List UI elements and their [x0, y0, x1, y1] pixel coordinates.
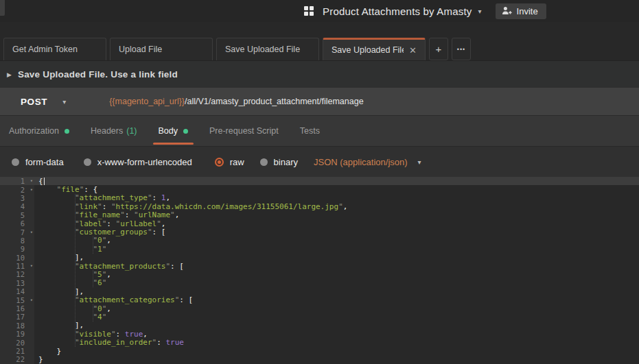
status-dot-icon	[183, 129, 188, 134]
code-line[interactable]: 4 "link": "https://data.whicdn.com/image…	[0, 202, 639, 210]
add-tab-button[interactable]: +	[429, 38, 448, 60]
token: attachment_categories	[80, 295, 175, 304]
method-caret-icon[interactable]: ▾	[62, 98, 66, 106]
code-line[interactable]: 2▾ "file": {	[0, 185, 639, 193]
content-type-label: JSON (application/json)	[314, 157, 408, 167]
body-mode-label: x-www-form-urlencoded	[97, 157, 192, 167]
request-name: Save Uploaded File. Use a link field	[18, 69, 178, 80]
section-count: (1)	[126, 126, 137, 136]
url-input[interactable]: {{magento_api_url}}/all/V1/amasty_produc…	[109, 97, 363, 106]
code-text: "6"	[34, 278, 106, 287]
token: ,	[343, 202, 348, 211]
code-line[interactable]: 11▾ "attachment_products": [	[0, 262, 639, 270]
code-text: }	[34, 355, 43, 364]
token: "	[75, 193, 80, 202]
collection-tab[interactable]: Get Admin Token	[3, 38, 106, 60]
code-text: ],	[34, 321, 84, 330]
code-line[interactable]: 16 "0",	[0, 304, 639, 313]
method-selector[interactable]: POST	[21, 97, 47, 107]
code-line[interactable]: 21 }	[0, 347, 639, 355]
chevron-down-icon[interactable]: ▾	[478, 8, 482, 15]
code-line[interactable]: 7▾ "customer_groups": [	[0, 228, 639, 236]
request-title-row: ▶ Save Uploaded File. Use a link field	[0, 60, 639, 88]
code-line[interactable]: 3 "attachment_type": 1,	[0, 194, 639, 202]
token: "	[102, 313, 107, 321]
person-plus-icon	[502, 6, 512, 16]
token	[38, 270, 93, 279]
code-line[interactable]: 5 "file_name": "urlName",	[0, 211, 639, 219]
status-dot-icon	[65, 129, 69, 134]
token: :	[106, 219, 115, 228]
collapse-arrow-icon[interactable]: ▶	[7, 71, 12, 78]
more-tabs-button[interactable]: •••	[452, 38, 471, 60]
code-line[interactable]: 17 "4"	[0, 313, 639, 321]
code-line[interactable]: 8 "0",	[0, 236, 639, 245]
code-line[interactable]: 15▾ "attachment_categories": [	[0, 295, 639, 304]
token: ,	[175, 210, 180, 219]
token: 6	[97, 278, 102, 287]
workspace-header: Product Attachments by Amasty ▾ Invite	[304, 0, 546, 22]
token: }	[38, 355, 43, 364]
collection-tab[interactable]: Save Uploaded File	[216, 38, 319, 60]
tab-pre-request-script[interactable]: Pre-request Script	[209, 116, 279, 146]
fold-caret-icon[interactable]: ▾	[30, 296, 33, 304]
body-mode-binary[interactable]: binary	[260, 157, 298, 167]
token	[38, 202, 75, 211]
body-mode-form-data[interactable]: form-data	[12, 157, 64, 167]
token: "	[338, 202, 343, 211]
collection-tab[interactable]: Upload File	[110, 38, 213, 60]
url-variable: {{magento_api_url}}	[109, 97, 185, 106]
code-line[interactable]: 13 "6"	[0, 279, 639, 287]
fold-caret-icon[interactable]: ▾	[30, 262, 33, 270]
token: ],	[75, 253, 84, 262]
code-line[interactable]: 9 "1"	[0, 245, 639, 253]
fold-caret-icon[interactable]: ▾	[30, 228, 33, 236]
code-line[interactable]: 22}	[0, 355, 639, 363]
code-line[interactable]: 18 ],	[0, 321, 639, 330]
line-number: 10	[0, 254, 34, 262]
code-line[interactable]: 10 ],	[0, 254, 639, 262]
fold-caret-icon[interactable]: ▾	[30, 186, 33, 194]
token: :	[152, 193, 161, 202]
token: 5	[97, 270, 102, 279]
code-line[interactable]: 12 "5",	[0, 270, 639, 278]
tab-tests[interactable]: Tests	[300, 116, 320, 146]
line-number: 14	[0, 287, 34, 295]
token: : {	[84, 185, 97, 194]
collection-tab-label: Save Uploaded File	[225, 45, 300, 54]
token	[38, 321, 75, 330]
code-text: "5",	[34, 270, 111, 279]
body-mode-x-www-form-urlencoded[interactable]: x-www-form-urlencoded	[84, 157, 192, 167]
line-number: 12	[0, 270, 34, 278]
line-number: 22	[0, 355, 34, 363]
close-tab-icon[interactable]: ✕	[404, 45, 417, 56]
collection-tab[interactable]: Save Uploaded File. L✕	[323, 38, 426, 60]
token: :	[102, 202, 111, 211]
tab-headers[interactable]: Headers(1)	[91, 116, 137, 146]
code-text: "attachment_products": [	[34, 262, 184, 271]
code-text: "0",	[34, 304, 111, 313]
code-line[interactable]: 20 "include_in_order": true	[0, 338, 639, 346]
workspace-title[interactable]: Product Attachments by Amasty	[323, 5, 472, 17]
token: }	[57, 347, 62, 356]
body-mode-row: form-datax-www-form-urlencodedrawbinary …	[0, 146, 639, 177]
body-mode-raw[interactable]: raw	[215, 157, 244, 167]
content-type-selector[interactable]: JSON (application/json) ▾	[314, 157, 421, 167]
tab-authorization[interactable]: Authorization	[9, 116, 69, 146]
code-line[interactable]: 6 "label": "urlLabel",	[0, 219, 639, 228]
token: {	[38, 177, 43, 186]
code-line[interactable]: 19 "visible": true,	[0, 330, 639, 338]
fold-caret-icon[interactable]: ▾	[30, 177, 33, 185]
invite-button[interactable]: Invite	[496, 3, 546, 19]
code-line[interactable]: 14 ],	[0, 287, 639, 295]
tab-body[interactable]: Body	[159, 116, 189, 146]
line-number: 9	[0, 245, 34, 253]
code-text: ],	[34, 287, 84, 296]
collection-tab-label: Upload File	[119, 45, 162, 54]
code-line[interactable]: 1▾{	[0, 177, 639, 185]
body-editor[interactable]: 1▾{2▾ "file": {3 "attachment_type": 1,4 …	[0, 177, 639, 364]
radio-icon	[84, 158, 91, 166]
token: ,	[106, 304, 111, 313]
token: "	[75, 210, 80, 219]
token: 4	[97, 313, 102, 321]
